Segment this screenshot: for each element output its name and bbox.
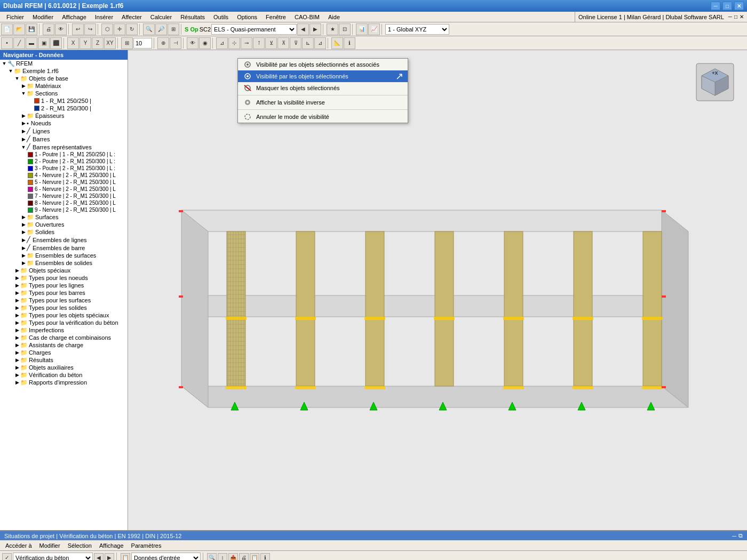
tree-rfem[interactable]: ▼ 🔧 RFEM [0,60,128,67]
tree-ens-surfaces[interactable]: ▶ 📁 Ensembles de surfaces [0,252,128,259]
tree-lignes[interactable]: ▶ ╱ Lignes [0,127,128,135]
window-controls[interactable]: ─ □ ✕ [711,2,744,10]
xyz-btn[interactable]: XY [104,37,116,49]
bottom-menu-parametres[interactable]: Paramètres [128,542,165,549]
tree-barrep2[interactable]: 2 - Poutre | 2 - R_M1 250/300 | L : [0,158,128,165]
menu-outils[interactable]: Outils [209,13,233,21]
bottom-menu-acceder[interactable]: Accéder à [2,542,35,549]
close-app-button[interactable]: ✕ [740,14,744,20]
tree-arrow-ouv[interactable]: ▶ [20,222,27,227]
undo-btn[interactable]: ↩ [72,23,84,35]
tree-barrep5[interactable]: 5 - Nervure | 2 - R_M1 250/300 | L [0,179,128,186]
tree-barrep3[interactable]: 3 - Poutre | 2 - R_M1 250/300 | L : [0,165,128,172]
bottom-export-btn[interactable]: 📤 [228,553,238,561]
tree-barrep1[interactable]: 1 - Poutre | 1 - R_M1 250/250 | L : [0,151,128,158]
bottom-data-btn[interactable]: 📋 [121,553,130,561]
minimize-app-button[interactable]: ─ [728,14,732,20]
menu-aide[interactable]: Aide [324,13,344,21]
line-btn[interactable]: ╱ [13,37,25,49]
tree-barrep9[interactable]: 9 - Nervure | 2 - R_M1 250/300 | L [0,206,128,213]
tree-sec1[interactable]: 1 - R_M1 250/250 | [0,97,128,105]
print-btn[interactable]: 🖨 [43,23,54,35]
view-combo[interactable]: 1 - Global XYZ [385,24,449,35]
viewport[interactable]: Visibilité par les objets sélectionnés e… [128,50,747,530]
ctx-inverse[interactable]: Afficher la visibilité inverse [238,97,408,108]
tree-objets-aux[interactable]: ▶ 📁 Objets auxiliaires [0,364,128,371]
tree-arrow-typnoe[interactable]: ▶ [14,275,20,281]
bottom-type-select[interactable]: Vérification du béton [13,553,93,561]
ortho-btn[interactable]: ⊣ [170,37,181,49]
hide-btn[interactable]: 👁 [187,37,198,49]
solid-btn[interactable]: ⬛ [50,37,62,49]
tree-arrow-lig[interactable]: ▶ [20,129,27,134]
close-button[interactable]: ✕ [734,2,744,10]
tree-ens-solides[interactable]: ▶ 📁 Ensembles de solides [0,259,128,267]
tree-resultats[interactable]: ▶ 📁 Résultats [0,356,128,364]
y-btn[interactable]: Y [80,37,91,49]
tree-arrow-barrep[interactable]: ▼ [20,145,27,150]
menu-fenetre[interactable]: Fenêtre [261,13,290,21]
tree-types-surf[interactable]: ▶ 📁 Types pour les surfaces [0,297,128,304]
tree-barres[interactable]: ▶ ╱ Barres [0,135,128,143]
tree-arrow-sec[interactable]: ▼ [20,91,27,96]
tree-solides[interactable]: ▶ 📁 Solides [0,228,128,236]
ctx-masquer[interactable]: Masquer les objets sélectionnés [238,82,408,94]
tree-arrow-spec[interactable]: ▶ [14,268,20,273]
tree-arrow-charg[interactable]: ▶ [14,350,20,355]
tree-arrow-sol[interactable]: ▶ [20,229,27,235]
bottom-copy-btn[interactable]: 📋 [250,553,259,561]
tree-arrow-ep[interactable]: ▶ [20,113,27,118]
tree-ens-barre[interactable]: ▶ ╱ Ensembles de barre [0,244,128,252]
tree-types-lig[interactable]: ▶ 📁 Types pour les lignes [0,282,128,289]
menu-fichier[interactable]: Fichier [2,13,28,21]
tree-assistants[interactable]: ▶ 📁 Assistants de charge [0,341,128,349]
tree-sections[interactable]: ▼ 📁 Sections [0,90,128,97]
extra2-btn[interactable]: ⊹ [228,37,240,49]
tree-arrow-aux[interactable]: ▶ [14,365,20,370]
tree-arrow-noe[interactable]: ▶ [20,121,27,126]
tree-cas-charge[interactable]: ▶ 📁 Cas de charge et combinaisons [0,334,128,341]
info-btn[interactable]: ℹ [344,37,355,49]
menu-modifier[interactable]: Modifier [28,13,58,21]
tree-barrep7[interactable]: 7 - Nervure | 2 - R_M1 250/300 | L [0,193,128,199]
minimize-button[interactable]: ─ [711,2,720,10]
tree-types-bar[interactable]: ▶ 📁 Types pour les barres [0,289,128,297]
prev-cas-btn[interactable]: ◀ [297,23,309,35]
tree-arrow-typbeton[interactable]: ▶ [14,320,20,325]
tree-sec2[interactable]: 2 - R_M1 250/300 | [0,105,128,112]
tree-surfaces[interactable]: ▶ 📁 Surfaces [0,213,128,221]
zoom-in-btn[interactable]: 🔍 [143,23,155,35]
bottom-check-btn[interactable]: ✓ [2,553,12,561]
tree-arrow-typobjspec[interactable]: ▶ [14,313,20,318]
tree-noeuds[interactable]: ▶ • Noeuds [0,119,128,127]
measure-btn[interactable]: 📐 [331,37,343,49]
diagram-btn[interactable]: 📈 [368,23,380,35]
menu-inserer[interactable]: Insérer [91,13,117,21]
bottom-data-select[interactable]: Données d'entrée [131,553,201,561]
tree-arrow-vb[interactable]: ▶ [14,372,20,378]
grid-btn[interactable]: ⊞ [121,37,133,49]
tree-arrow-enssol[interactable]: ▶ [20,260,27,266]
tree-types-objspec[interactable]: ▶ 📁 Types pour les objets spéciaux [0,311,128,319]
cas-combo[interactable]: ELS - Quasi-permanent [211,24,297,35]
extra9-btn[interactable]: ⊿ [314,37,326,49]
tree-types-beton[interactable]: ▶ 📁 Types pour la vérification du béton [0,319,128,326]
node-btn[interactable]: • [1,37,13,49]
tree-arrow-imperf[interactable]: ▶ [14,327,20,333]
bottom-next-btn[interactable]: ▶ [105,553,114,561]
menu-affichage[interactable]: Affichage [58,13,91,21]
tree-arrow-exemple[interactable]: ▼ [7,68,14,74]
extra3-btn[interactable]: ⊸ [241,37,252,49]
orientation-cube[interactable]: +X [694,61,736,103]
tree-barrep8[interactable]: 8 - Nervure | 2 - R_M1 250/300 | L [0,199,128,206]
tree-rapports[interactable]: ▶ 📁 Rapports d'impression [0,379,128,386]
tree-arrow-typsol[interactable]: ▶ [14,305,20,310]
bottom-sort-btn[interactable]: ↕ [218,553,227,561]
tree-verif-beton[interactable]: ▶ 📁 Vérification du béton [0,371,128,379]
surface-btn[interactable]: ▣ [38,37,50,49]
menu-caobim[interactable]: CAO-BIM [290,13,324,21]
tree-ouvertures[interactable]: ▶ 📁 Ouvertures [0,221,128,228]
rotate-btn[interactable]: ↻ [126,23,138,35]
next-cas-btn[interactable]: ▶ [309,23,321,35]
bottom-filter-btn[interactable]: 🔍 [207,553,217,561]
